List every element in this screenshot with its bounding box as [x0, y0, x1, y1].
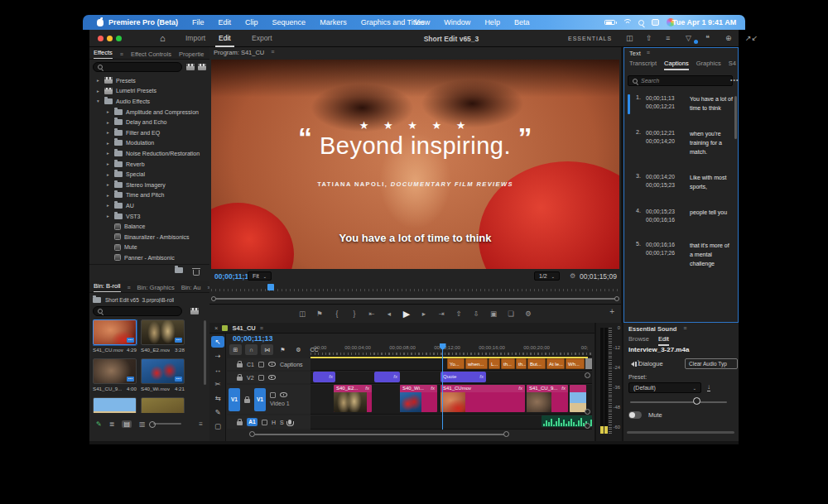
slip-tool[interactable]: ⇆	[211, 392, 224, 404]
save-preset-icon[interactable]: ↓	[707, 384, 710, 391]
mode-tab-edit[interactable]: Edit	[215, 30, 234, 47]
razor-tool[interactable]: ✂	[211, 378, 224, 390]
effects-tree-item[interactable]: ▸Amplitude and Compression	[95, 107, 205, 118]
graphic-clip[interactable]: Quotefx	[440, 372, 486, 382]
chevron-icon[interactable]: ▸	[105, 182, 111, 187]
graphic-clip[interactable]: fx	[374, 372, 400, 382]
essential-sound-scrollbar[interactable]	[627, 431, 734, 434]
video-clip[interactable]: S40_Wi...fx	[400, 385, 437, 412]
settings-icon[interactable]: ⚙	[523, 310, 533, 318]
panel-menu-icon[interactable]: ≡	[260, 325, 263, 331]
captions-search-input[interactable]: Search	[628, 75, 733, 86]
workspace-icon[interactable]: ◫	[626, 32, 638, 44]
program-timecode[interactable]: 00;00;11;13	[214, 272, 253, 281]
extract-icon[interactable]: ⇩	[471, 310, 481, 318]
effects-tree-item[interactable]: ▸Special	[95, 169, 205, 180]
mute-toggle[interactable]	[628, 411, 642, 419]
track-target-icon[interactable]	[270, 392, 276, 398]
bin-clip[interactable]: •••S40_Wi.mov4:21	[141, 358, 185, 391]
effects-tree-item[interactable]: Binauralizer - Ambisonics	[95, 232, 205, 242]
caption-row[interactable]: 5.00;00;16;1600;00;17;26that it's more o…	[628, 241, 734, 268]
clip-thumbnail[interactable]: •••	[93, 358, 137, 384]
track-header-v2[interactable]: V2	[227, 372, 310, 383]
track-visibility-icon[interactable]	[268, 362, 276, 367]
program-playhead[interactable]	[267, 284, 274, 290]
chevron-icon[interactable]: ▸	[105, 109, 111, 114]
pen-tool[interactable]: ✎	[211, 406, 224, 418]
clear-audio-type-button[interactable]: Clear Audio Typ	[685, 358, 738, 369]
new-preset-bin-icon[interactable]	[186, 64, 195, 70]
linked-selection-icon[interactable]: ⋈	[261, 344, 273, 355]
effects-tree-item[interactable]: ▸Stereo Imagery	[95, 180, 205, 190]
mode-tab-import[interactable]: Import	[182, 30, 209, 47]
nest-toggle-icon[interactable]: ⊞	[229, 344, 242, 355]
comparison-view-icon[interactable]: ◫	[297, 310, 307, 318]
clip-thumbnail[interactable]: •••	[141, 397, 185, 413]
track-target-icon[interactable]	[258, 375, 264, 381]
step-forward-icon[interactable]: ▸	[419, 310, 429, 318]
tab-propertie[interactable]: Propertie	[179, 50, 204, 58]
hand-tool[interactable]: ▢	[211, 420, 224, 432]
lock-icon[interactable]	[237, 421, 243, 425]
program-video-frame[interactable]: ★ ★ ★ ★ ★ “ Beyond inspiring. ” TATIANA …	[211, 60, 619, 269]
panel-menu-icon[interactable]: ≡	[128, 285, 131, 290]
chevron-icon[interactable]: ▸	[105, 214, 111, 218]
effects-tree-item[interactable]: ▸VST3	[95, 211, 205, 222]
workspace-label[interactable]: ESSENTIALS	[568, 36, 612, 41]
caption-clip[interactable]: th...	[516, 358, 527, 369]
track-solo-label[interactable]: S	[280, 420, 284, 425]
export-frame-icon[interactable]: ▣	[489, 310, 498, 318]
menu-item[interactable]: Clip	[245, 18, 258, 26]
chevron-icon[interactable]: ▾	[95, 98, 101, 103]
go-to-out-icon[interactable]: ⇥	[436, 310, 446, 318]
playback-resolution-dropdown[interactable]: 1/2⌄	[534, 271, 560, 281]
chevron-icon[interactable]: ▸	[105, 172, 111, 177]
folder-up-icon[interactable]	[93, 297, 101, 303]
track-select-forward-tool[interactable]: ⇢	[211, 350, 224, 362]
tab-transcript[interactable]: Transcript	[629, 60, 657, 70]
intensity-slider-knob[interactable]	[693, 397, 700, 405]
effects-search-input[interactable]	[93, 62, 182, 72]
chevron-icon[interactable]: ▸	[105, 120, 111, 125]
effects-tree-item[interactable]: Mute	[95, 242, 205, 253]
menu-item[interactable]: File	[192, 18, 205, 26]
caption-clip[interactable]: th...	[501, 358, 515, 369]
edit-pencil-icon[interactable]: ✎	[96, 420, 102, 428]
menu-item[interactable]: Markers	[320, 18, 347, 26]
menu-item[interactable]: Help	[484, 18, 500, 26]
effects-tree-item[interactable]: ▸Lumetri Presets	[95, 86, 205, 97]
new-bin-icon[interactable]	[175, 267, 183, 273]
caption-clip[interactable]: But...	[527, 358, 546, 369]
caption-text[interactable]: You have a lot of time to think	[690, 94, 733, 113]
clip-thumbnail[interactable]: •••	[93, 319, 137, 345]
menu-item[interactable]: Premiere Pro (Beta)	[108, 18, 178, 26]
menu-item[interactable]: View	[414, 18, 430, 26]
tab-effect-controls[interactable]: Effect Controls	[131, 50, 171, 58]
track-enable-v1[interactable]: V1	[254, 388, 266, 411]
list-view-icon[interactable]: ≣	[109, 420, 115, 428]
selection-tool[interactable]: ↖	[211, 336, 224, 348]
tab-captions[interactable]: Captions	[664, 60, 689, 70]
track-enable-a1[interactable]: A1	[247, 418, 258, 426]
tab-edit[interactable]: Edit	[658, 335, 669, 346]
chevron-icon[interactable]: ▸	[105, 203, 111, 208]
step-back-icon[interactable]: ◂	[384, 310, 394, 318]
effects-tree-item[interactable]: ▸Time and Pitch	[95, 190, 205, 201]
intensity-slider-track[interactable]	[630, 401, 727, 403]
track-resize-handle[interactable]	[585, 372, 590, 378]
track-header-c1[interactable]: C1 Captions	[227, 358, 310, 370]
zoom-window-button[interactable]	[116, 36, 122, 41]
snap-icon[interactable]: ∩	[245, 344, 258, 355]
video-clip[interactable]	[570, 385, 586, 412]
menu-item[interactable]: Window	[444, 18, 470, 26]
sort-icon[interactable]: ≡	[199, 420, 203, 428]
mark-out-icon[interactable]: }	[349, 310, 359, 318]
multi-camera-icon[interactable]: ❏	[506, 310, 516, 318]
close-sequence-icon[interactable]: ×	[214, 324, 218, 332]
lock-icon[interactable]	[237, 363, 243, 367]
fit-dropdown[interactable]: Fit⌄	[248, 271, 272, 281]
graphic-clip[interactable]: fx	[313, 372, 335, 382]
effects-tree-item[interactable]: ▸AU	[95, 200, 205, 211]
chevron-icon[interactable]: ▸	[105, 141, 111, 146]
effects-tree-item[interactable]: Balance	[95, 221, 205, 232]
